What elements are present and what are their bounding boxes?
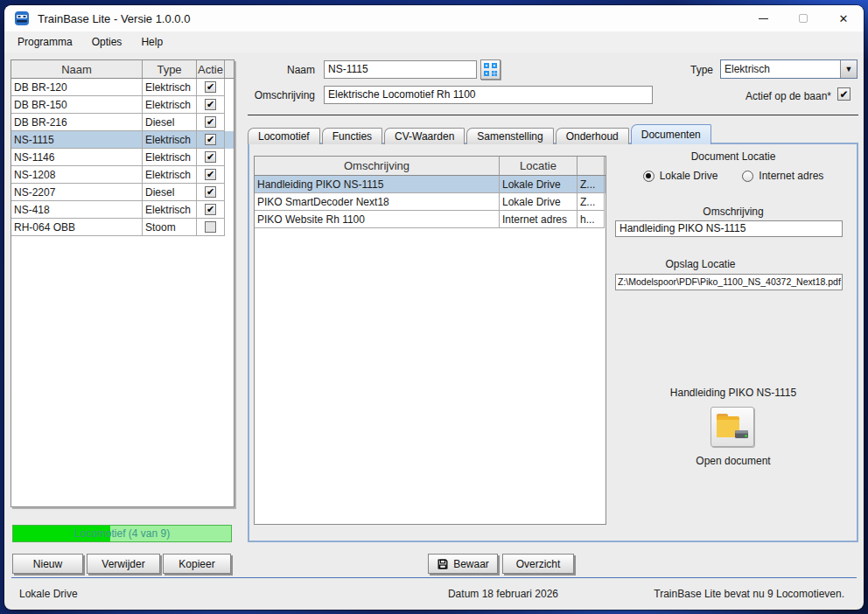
radio-lokale-drive[interactable]: Lokale Drive bbox=[643, 170, 718, 182]
kopieer-button[interactable]: Kopieer bbox=[163, 554, 231, 574]
menu-programma[interactable]: Programma bbox=[8, 33, 82, 51]
cell-type: Diesel bbox=[143, 114, 197, 131]
close-button[interactable]: ✕ bbox=[823, 5, 864, 31]
actief-checkbox[interactable]: ✔ bbox=[837, 87, 850, 101]
tab-onderhoud[interactable]: Onderhoud bbox=[556, 128, 629, 144]
table-row[interactable]: DB BR-120Elektrisch✔ bbox=[11, 79, 234, 96]
actie-checkbox[interactable]: ✔ bbox=[205, 186, 216, 198]
title-bar[interactable]: TrainBase Lite - Versie 1.0.0.0 ✕ bbox=[4, 5, 864, 31]
naam-input[interactable]: NS-1115 bbox=[324, 60, 477, 79]
tab-bar: LocomotiefFunctiesCV-WaardenSamenstellin… bbox=[248, 124, 713, 144]
progress-label: Locomotief (4 van 9) bbox=[13, 526, 231, 541]
cell-naam: DB BR-150 bbox=[11, 96, 143, 114]
bewaar-button[interactable]: Bewaar bbox=[428, 554, 498, 574]
cell-actie bbox=[197, 219, 225, 236]
qr-code-icon bbox=[484, 63, 497, 76]
open-document-label: Open document bbox=[608, 455, 858, 467]
menu-help[interactable]: Help bbox=[131, 33, 172, 51]
actie-checkbox[interactable]: ✔ bbox=[205, 134, 216, 145]
cell-actie: ✔ bbox=[197, 166, 225, 184]
table-row[interactable]: NS-2207Diesel✔ bbox=[11, 184, 234, 201]
document-table-row[interactable]: PIKO Website Rh 1100Internet adresh... bbox=[255, 211, 606, 228]
tab-cv-waarden[interactable]: CV-Waarden bbox=[384, 128, 465, 144]
cell-doc-pad: h... bbox=[578, 211, 605, 228]
omschrijving-label: Omschrijving bbox=[245, 89, 315, 101]
tab-locomotief[interactable]: Locomotief bbox=[248, 128, 320, 144]
nieuw-button[interactable]: Nieuw bbox=[12, 554, 83, 574]
column-header-actie[interactable]: Actie bbox=[197, 60, 225, 78]
document-table-row[interactable]: Handleiding PIKO NS-1115Lokale DriveZ... bbox=[255, 176, 606, 193]
cell-naam: RH-064 OBB bbox=[11, 219, 143, 236]
folder-drive-icon bbox=[714, 410, 751, 443]
naam-label: Naam bbox=[245, 64, 315, 76]
table-row[interactable]: DB BR-216Diesel✔ bbox=[11, 114, 234, 131]
document-table: Omschrijving Locatie Handleiding PIKO NS… bbox=[254, 156, 606, 525]
open-document-button[interactable] bbox=[710, 407, 754, 447]
save-icon bbox=[437, 558, 449, 570]
radio-unselected-icon bbox=[742, 171, 753, 182]
actie-checkbox[interactable]: ✔ bbox=[205, 116, 216, 128]
menu-opties[interactable]: Opties bbox=[82, 33, 132, 51]
column-header-naam[interactable]: Naam bbox=[11, 60, 143, 78]
table-row[interactable]: NS-1146Elektrisch✔ bbox=[11, 149, 234, 166]
cell-naam: NS-1115 bbox=[11, 131, 143, 149]
actie-checkbox[interactable] bbox=[205, 221, 216, 233]
radio-internet-adres-label: Internet adres bbox=[759, 170, 823, 182]
document-table-header: Omschrijving Locatie bbox=[255, 157, 606, 176]
app-train-icon bbox=[14, 10, 30, 26]
table-row[interactable]: DB BR-150Elektrisch✔ bbox=[11, 96, 234, 114]
tab-samenstelling[interactable]: Samenstelling bbox=[466, 128, 553, 144]
actie-checkbox[interactable]: ✔ bbox=[205, 81, 216, 93]
opslag-pad-input[interactable]: Z:\Modelspoor\PDF\Piko_1100_NS_40372_Nex… bbox=[615, 274, 843, 290]
verwijder-button[interactable]: Verwijder bbox=[87, 554, 160, 574]
cell-doc-pad: Z... bbox=[578, 176, 605, 193]
actief-label: Actief op de baan* bbox=[682, 90, 831, 102]
document-table-row[interactable]: PIKO SmartDecoder Next18Lokale DriveZ... bbox=[255, 193, 606, 211]
cell-naam: DB BR-216 bbox=[11, 114, 143, 131]
cell-type: Diesel bbox=[143, 184, 197, 201]
cell-type: Stoom bbox=[143, 219, 197, 236]
table-row[interactable]: NS-418Elektrisch✔ bbox=[11, 201, 234, 219]
omschrijving-input[interactable]: Elektrische Locomotief Rh 1100 bbox=[324, 86, 653, 104]
cell-doc-locatie: Lokale Drive bbox=[500, 176, 578, 193]
cell-doc-locatie: Lokale Drive bbox=[500, 193, 578, 211]
tab-documenten[interactable]: Documenten bbox=[631, 124, 711, 144]
cell-doc-omschrijving: PIKO SmartDecoder Next18 bbox=[255, 193, 500, 211]
column-header-type[interactable]: Type bbox=[143, 60, 197, 78]
actie-checkbox[interactable]: ✔ bbox=[205, 204, 216, 215]
column-header-doc-locatie[interactable]: Locatie bbox=[500, 157, 578, 175]
table-row[interactable]: NS-1115Elektrisch✔ bbox=[11, 131, 234, 149]
doc-omschrijving-input[interactable]: Handleiding PIKO NS-1115 bbox=[615, 220, 843, 237]
cell-type: Elektrisch bbox=[143, 166, 197, 184]
desktop-background: TrainBase Lite - Versie 1.0.0.0 ✕ Progra… bbox=[0, 0, 868, 614]
actie-checkbox[interactable]: ✔ bbox=[205, 169, 216, 180]
overzicht-button[interactable]: Overzicht bbox=[502, 554, 574, 574]
document-locatie-radios: Lokale Drive Internet adres bbox=[608, 170, 858, 182]
bewaar-label: Bewaar bbox=[453, 558, 489, 570]
table-row[interactable]: NS-1208Elektrisch✔ bbox=[11, 166, 234, 184]
cell-actie: ✔ bbox=[197, 184, 225, 201]
qr-code-button[interactable] bbox=[480, 59, 500, 80]
cell-naam: NS-1146 bbox=[11, 149, 143, 166]
document-table-body: Handleiding PIKO NS-1115Lokale DriveZ...… bbox=[255, 176, 606, 228]
tab-functies[interactable]: Functies bbox=[322, 128, 382, 144]
column-header-doc-omschrijving[interactable]: Omschrijving bbox=[255, 157, 500, 175]
minimize-button[interactable] bbox=[743, 5, 783, 31]
cell-doc-locatie: Internet adres bbox=[500, 211, 578, 228]
document-name-label: Handleiding PIKO NS-1115 bbox=[608, 387, 858, 399]
cell-actie: ✔ bbox=[197, 149, 225, 166]
actie-checkbox[interactable]: ✔ bbox=[205, 151, 216, 163]
cell-type: Elektrisch bbox=[143, 149, 197, 166]
table-row[interactable]: RH-064 OBBStoom bbox=[11, 219, 234, 236]
maximize-button[interactable] bbox=[783, 5, 823, 31]
column-header-doc-pad[interactable] bbox=[578, 157, 605, 175]
cell-naam: DB BR-120 bbox=[11, 79, 143, 96]
app-window: TrainBase Lite - Versie 1.0.0.0 ✕ Progra… bbox=[4, 5, 864, 610]
radio-internet-adres[interactable]: Internet adres bbox=[742, 170, 823, 182]
statusbar-center: Datum 18 februari 2026 bbox=[407, 588, 599, 600]
chevron-down-icon[interactable]: ▼ bbox=[840, 60, 857, 78]
statusbar-right: TrainBase Lite bevat nu 9 Locomotieven. bbox=[599, 588, 844, 600]
actie-checkbox[interactable]: ✔ bbox=[205, 99, 216, 110]
type-combobox[interactable]: Elektrisch ▼ bbox=[720, 59, 858, 79]
cell-doc-pad: Z... bbox=[578, 193, 605, 211]
